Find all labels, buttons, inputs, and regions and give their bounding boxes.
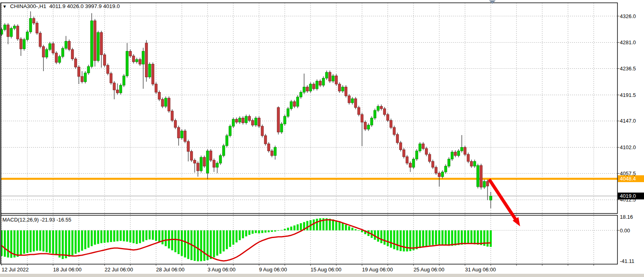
symbol-dropdown-icon[interactable]: ▼	[2, 4, 7, 9]
price-axis-label: 4102.0	[620, 144, 636, 150]
price-axis-label: 4281.0	[620, 39, 636, 45]
time-axis-label: 25 Aug 06:00	[414, 267, 444, 273]
time-axis-label: 22 Jul 06:00	[105, 267, 133, 273]
macd-indicator-label: MACD(12,26,9) -21.93 -16.55	[2, 217, 71, 223]
time-axis-label: 19 Aug 06:00	[362, 267, 393, 273]
chart-title: ▼CHINA300-,H1 4011.9 4026.0 3997.9 4019.…	[2, 3, 120, 9]
last-bar-time-marker-icon	[489, 0, 496, 4]
time-axis-label: 15 Aug 06:00	[311, 267, 342, 273]
price-axis-label: 4147.0	[620, 118, 636, 124]
time-axis-label: 9 Aug 06:00	[259, 267, 287, 273]
time-axis-label: 18 Jul 06:00	[53, 267, 82, 273]
ohlc-values: 4011.9 4026.0 3997.9 4019.0	[49, 3, 119, 9]
trading-chart-window: ▼CHINA300-,H1 4011.9 4026.0 3997.9 4019.…	[0, 0, 644, 277]
time-axis-label: 3 Aug 06:00	[208, 267, 235, 273]
time-axis-label: 28 Jul 06:00	[156, 267, 185, 273]
price-axis-label: 4191.5	[620, 92, 636, 98]
price-axis-label: 4236.5	[620, 66, 636, 72]
macd-scale-label: -41.11	[620, 258, 634, 264]
price-axis-label: 4326.0	[620, 13, 636, 19]
orange-price-badge: 4048.4	[618, 175, 644, 182]
bid-price-badge: 4019.0	[618, 193, 644, 199]
symbol-timeframe-label: CHINA300-,H1	[10, 3, 46, 9]
macd-scale-label: 18.16	[620, 214, 633, 220]
window-bottom-strip	[0, 274, 644, 277]
time-axis-label: 12 Jul 2022	[2, 267, 29, 273]
macd-scale-label: 0.00	[620, 228, 630, 234]
time-axis-label: 31 Aug 06:00	[465, 267, 496, 273]
